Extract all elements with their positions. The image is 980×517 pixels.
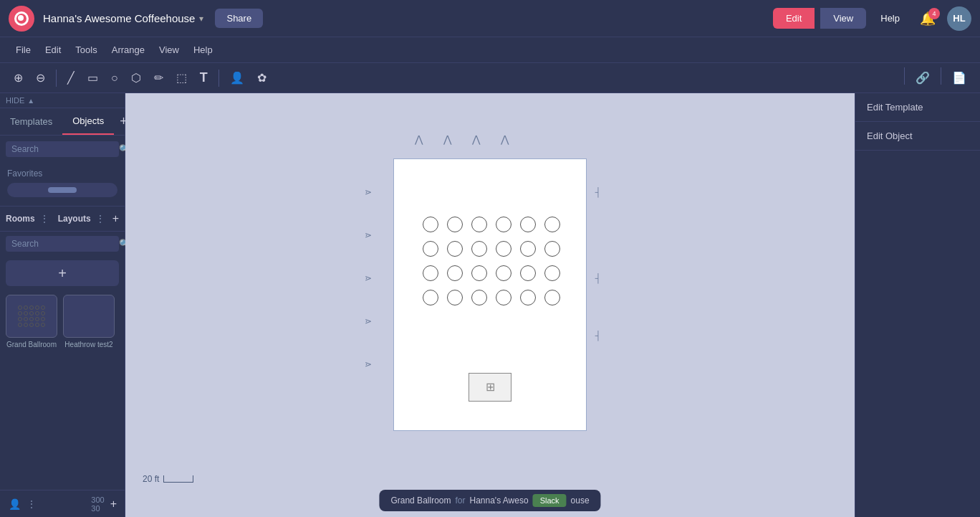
- layout-thumb-label-heathrow: Heathrow test2: [64, 341, 112, 348]
- seat[interactable]: [471, 265, 487, 281]
- seat[interactable]: [496, 290, 511, 305]
- status-venue-suffix: ouse: [571, 495, 590, 506]
- seat[interactable]: [544, 290, 560, 305]
- bottom-options-button[interactable]: ⋮: [27, 498, 37, 510]
- menu-help[interactable]: Help: [186, 42, 220, 58]
- seat[interactable]: [471, 241, 487, 257]
- slack-button[interactable]: Slack: [533, 494, 567, 507]
- seat[interactable]: [471, 217, 487, 232]
- canvas-content: ⋀ ⋀ ⋀ ⋀ ⋗ ⋗ ⋗ ⋗ ⋗ ┤ ┤ ┤: [125, 93, 855, 517]
- bottom-add-button[interactable]: +: [107, 495, 120, 513]
- seat[interactable]: [520, 290, 536, 305]
- status-venue-name: Hanna's Aweso: [470, 495, 529, 506]
- text-tool[interactable]: T: [195, 67, 213, 89]
- right-sidebar-edit-template[interactable]: Edit Template: [855, 93, 980, 122]
- top-marker-3: ⋀: [472, 133, 480, 145]
- left-marker-3: ⋗: [365, 273, 372, 283]
- layout-thumb-grand-ballroom[interactable]: Grand Ballroom: [6, 295, 57, 348]
- hide-chevron-icon[interactable]: ▲: [27, 97, 34, 105]
- stage-icon: ⊞: [486, 380, 495, 394]
- status-for-label: for: [455, 495, 465, 506]
- room-box[interactable]: ⊞: [393, 158, 587, 431]
- edit-mode-button[interactable]: Edit: [773, 8, 815, 29]
- rooms-search: 🔍: [6, 236, 119, 252]
- seat[interactable]: [544, 265, 560, 281]
- right-marker-1: ┤: [595, 187, 601, 197]
- avatar[interactable]: HL: [947, 6, 971, 31]
- tab-objects[interactable]: Objects: [62, 108, 114, 135]
- seat[interactable]: [447, 217, 463, 232]
- seat[interactable]: [496, 217, 511, 232]
- seat[interactable]: [471, 290, 487, 305]
- seat[interactable]: [544, 217, 560, 232]
- menu-arrange[interactable]: Arrange: [105, 42, 152, 58]
- right-sidebar-edit-object[interactable]: Edit Object: [855, 122, 980, 151]
- zoom-out-button[interactable]: ⊖: [31, 67, 50, 88]
- pen-tool[interactable]: ⬡: [126, 67, 146, 88]
- menu-view[interactable]: View: [152, 42, 186, 58]
- top-marker-1: ⋀: [415, 133, 423, 145]
- seat[interactable]: [423, 217, 438, 232]
- add-layout-button[interactable]: +: [6, 260, 119, 286]
- toolbar: ⊕ ⊖ ╱ ▭ ○ ⬡ ✏ ⬚ T 👤 ✿ 🔗 📄: [0, 63, 980, 93]
- view-mode-button[interactable]: View: [820, 8, 866, 29]
- add-room-button[interactable]: +: [112, 212, 119, 225]
- stage-item[interactable]: ⊞: [469, 373, 511, 402]
- favorites-scrollbar[interactable]: [7, 183, 117, 197]
- seat[interactable]: [423, 290, 438, 305]
- workspace-chevron-icon[interactable]: ▾: [199, 14, 203, 24]
- person-tool[interactable]: 👤: [225, 67, 249, 88]
- sidebar-tabs: Templates Objects +: [0, 108, 125, 136]
- coord-y: 30: [91, 504, 100, 513]
- layouts-label: Layouts: [58, 214, 91, 224]
- seat[interactable]: [544, 241, 560, 257]
- seat[interactable]: [496, 265, 511, 281]
- seat[interactable]: [447, 241, 463, 257]
- help-button[interactable]: Help: [872, 8, 908, 29]
- brush-tool[interactable]: ✏: [149, 67, 168, 88]
- seat[interactable]: [447, 290, 463, 305]
- sidebar-search-input[interactable]: [11, 144, 119, 154]
- circle-tool[interactable]: ○: [106, 68, 123, 88]
- seat[interactable]: [447, 265, 463, 281]
- seat[interactable]: [423, 265, 438, 281]
- sidebar-search: 🔍: [6, 141, 119, 157]
- bottom-person-button[interactable]: 👤: [6, 495, 24, 513]
- toolbar-right: 🔗 📄: [901, 67, 971, 88]
- seats-grid: [423, 217, 562, 307]
- layouts-options-button[interactable]: ⋮: [95, 213, 105, 224]
- link-tool[interactable]: 🔗: [911, 67, 935, 88]
- seat[interactable]: [520, 265, 536, 281]
- scale-indicator: 20 ft: [143, 474, 193, 484]
- seat[interactable]: [423, 241, 438, 257]
- seat[interactable]: [520, 217, 536, 232]
- zoom-in-button[interactable]: ⊕: [9, 67, 28, 88]
- rooms-layouts-bar: Rooms ⋮ Layouts ⋮ +: [0, 206, 125, 232]
- share-button[interactable]: Share: [215, 9, 263, 28]
- menu-tools[interactable]: Tools: [68, 42, 104, 58]
- seat[interactable]: [496, 241, 511, 257]
- rect-tool[interactable]: ▭: [82, 67, 103, 88]
- left-marker-4: ⋗: [365, 316, 372, 326]
- rooms-options-button[interactable]: ⋮: [39, 213, 49, 224]
- shape-tool[interactable]: ✿: [252, 67, 272, 88]
- coord-x: 300: [91, 495, 104, 504]
- hide-label: HIDE: [6, 96, 24, 105]
- tab-templates[interactable]: Templates: [0, 109, 62, 134]
- canvas-area[interactable]: ⋀ ⋀ ⋀ ⋀ ⋗ ⋗ ⋗ ⋗ ⋗ ┤ ┤ ┤: [125, 93, 855, 517]
- logo-icon[interactable]: [9, 6, 34, 32]
- rooms-search-input[interactable]: [11, 239, 119, 249]
- line-tool[interactable]: ╱: [62, 67, 80, 88]
- left-marker-2: ⋗: [365, 230, 372, 240]
- layout-thumb-heathrow[interactable]: Heathrow test2: [63, 295, 115, 348]
- toolbar-separator-2: [218, 70, 219, 87]
- toolbar-separator-1: [56, 70, 57, 87]
- image-tool[interactable]: ⬚: [171, 67, 192, 88]
- menu-edit[interactable]: Edit: [38, 42, 68, 58]
- notification-badge: 4: [928, 8, 940, 19]
- seat[interactable]: [520, 241, 536, 257]
- layout-thumbnails: Grand Ballroom Heathrow test2: [0, 290, 125, 353]
- menu-file[interactable]: File: [9, 42, 38, 58]
- notifications-button[interactable]: 🔔 4: [914, 8, 941, 29]
- export-tool[interactable]: 📄: [947, 67, 971, 88]
